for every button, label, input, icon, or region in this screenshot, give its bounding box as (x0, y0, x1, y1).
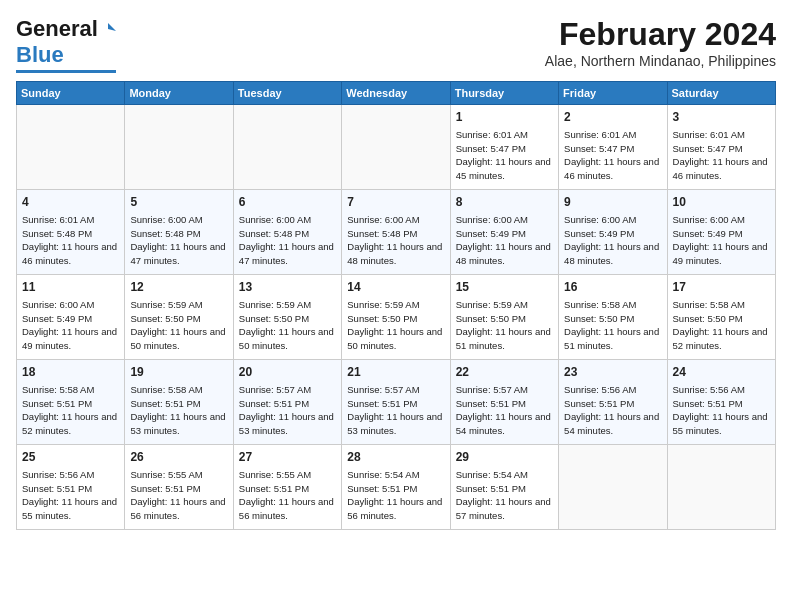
day-number: 7 (347, 194, 444, 211)
day-number: 21 (347, 364, 444, 381)
calendar-cell: 9Sunrise: 6:00 AM Sunset: 5:49 PM Daylig… (559, 190, 667, 275)
calendar-week-row: 25Sunrise: 5:56 AM Sunset: 5:51 PM Dayli… (17, 445, 776, 530)
day-number: 25 (22, 449, 119, 466)
calendar-cell: 12Sunrise: 5:59 AM Sunset: 5:50 PM Dayli… (125, 275, 233, 360)
calendar-cell (17, 105, 125, 190)
calendar-table: SundayMondayTuesdayWednesdayThursdayFrid… (16, 81, 776, 530)
logo-blue: Blue (16, 42, 64, 68)
day-info: Sunrise: 5:58 AM Sunset: 5:50 PM Dayligh… (673, 298, 770, 353)
day-info: Sunrise: 6:00 AM Sunset: 5:49 PM Dayligh… (22, 298, 119, 353)
day-info: Sunrise: 5:56 AM Sunset: 5:51 PM Dayligh… (673, 383, 770, 438)
day-info: Sunrise: 5:58 AM Sunset: 5:51 PM Dayligh… (22, 383, 119, 438)
day-header-sunday: Sunday (17, 82, 125, 105)
logo-general: General (16, 16, 98, 42)
day-info: Sunrise: 6:01 AM Sunset: 5:47 PM Dayligh… (456, 128, 553, 183)
day-number: 13 (239, 279, 336, 296)
day-number: 12 (130, 279, 227, 296)
calendar-cell: 6Sunrise: 6:00 AM Sunset: 5:48 PM Daylig… (233, 190, 341, 275)
day-info: Sunrise: 6:01 AM Sunset: 5:47 PM Dayligh… (673, 128, 770, 183)
day-info: Sunrise: 6:00 AM Sunset: 5:48 PM Dayligh… (347, 213, 444, 268)
calendar-week-row: 4Sunrise: 6:01 AM Sunset: 5:48 PM Daylig… (17, 190, 776, 275)
day-info: Sunrise: 6:00 AM Sunset: 5:49 PM Dayligh… (456, 213, 553, 268)
day-number: 24 (673, 364, 770, 381)
calendar-cell: 3Sunrise: 6:01 AM Sunset: 5:47 PM Daylig… (667, 105, 775, 190)
calendar-cell: 17Sunrise: 5:58 AM Sunset: 5:50 PM Dayli… (667, 275, 775, 360)
day-number: 17 (673, 279, 770, 296)
calendar-cell (342, 105, 450, 190)
calendar-cell: 10Sunrise: 6:00 AM Sunset: 5:49 PM Dayli… (667, 190, 775, 275)
calendar-cell: 18Sunrise: 5:58 AM Sunset: 5:51 PM Dayli… (17, 360, 125, 445)
page-header: General Blue February 2024 Alae, Norther… (16, 16, 776, 73)
calendar-cell: 1Sunrise: 6:01 AM Sunset: 5:47 PM Daylig… (450, 105, 558, 190)
calendar-cell: 16Sunrise: 5:58 AM Sunset: 5:50 PM Dayli… (559, 275, 667, 360)
day-number: 8 (456, 194, 553, 211)
day-info: Sunrise: 5:58 AM Sunset: 5:51 PM Dayligh… (130, 383, 227, 438)
day-info: Sunrise: 5:56 AM Sunset: 5:51 PM Dayligh… (564, 383, 661, 438)
day-info: Sunrise: 6:00 AM Sunset: 5:48 PM Dayligh… (239, 213, 336, 268)
calendar-cell: 15Sunrise: 5:59 AM Sunset: 5:50 PM Dayli… (450, 275, 558, 360)
calendar-cell: 19Sunrise: 5:58 AM Sunset: 5:51 PM Dayli… (125, 360, 233, 445)
calendar-week-row: 18Sunrise: 5:58 AM Sunset: 5:51 PM Dayli… (17, 360, 776, 445)
day-number: 9 (564, 194, 661, 211)
calendar-cell: 27Sunrise: 5:55 AM Sunset: 5:51 PM Dayli… (233, 445, 341, 530)
day-number: 15 (456, 279, 553, 296)
day-info: Sunrise: 5:57 AM Sunset: 5:51 PM Dayligh… (456, 383, 553, 438)
day-info: Sunrise: 5:57 AM Sunset: 5:51 PM Dayligh… (239, 383, 336, 438)
calendar-week-row: 1Sunrise: 6:01 AM Sunset: 5:47 PM Daylig… (17, 105, 776, 190)
title-area: February 2024 Alae, Northern Mindanao, P… (545, 16, 776, 69)
calendar-week-row: 11Sunrise: 6:00 AM Sunset: 5:49 PM Dayli… (17, 275, 776, 360)
day-info: Sunrise: 5:58 AM Sunset: 5:50 PM Dayligh… (564, 298, 661, 353)
day-header-thursday: Thursday (450, 82, 558, 105)
day-info: Sunrise: 6:00 AM Sunset: 5:49 PM Dayligh… (564, 213, 661, 268)
day-number: 2 (564, 109, 661, 126)
calendar-cell: 29Sunrise: 5:54 AM Sunset: 5:51 PM Dayli… (450, 445, 558, 530)
day-number: 16 (564, 279, 661, 296)
calendar-cell: 4Sunrise: 6:01 AM Sunset: 5:48 PM Daylig… (17, 190, 125, 275)
calendar-cell: 2Sunrise: 6:01 AM Sunset: 5:47 PM Daylig… (559, 105, 667, 190)
day-number: 18 (22, 364, 119, 381)
calendar-cell (667, 445, 775, 530)
day-number: 26 (130, 449, 227, 466)
calendar-cell: 24Sunrise: 5:56 AM Sunset: 5:51 PM Dayli… (667, 360, 775, 445)
day-number: 22 (456, 364, 553, 381)
day-info: Sunrise: 5:55 AM Sunset: 5:51 PM Dayligh… (239, 468, 336, 523)
svg-marker-0 (108, 23, 116, 31)
day-number: 19 (130, 364, 227, 381)
calendar-cell (125, 105, 233, 190)
calendar-cell: 22Sunrise: 5:57 AM Sunset: 5:51 PM Dayli… (450, 360, 558, 445)
day-header-friday: Friday (559, 82, 667, 105)
day-number: 11 (22, 279, 119, 296)
day-info: Sunrise: 6:00 AM Sunset: 5:48 PM Dayligh… (130, 213, 227, 268)
day-info: Sunrise: 6:01 AM Sunset: 5:48 PM Dayligh… (22, 213, 119, 268)
day-number: 1 (456, 109, 553, 126)
day-info: Sunrise: 5:59 AM Sunset: 5:50 PM Dayligh… (347, 298, 444, 353)
logo: General Blue (16, 16, 116, 73)
day-number: 20 (239, 364, 336, 381)
logo-bird-icon (100, 21, 116, 37)
day-info: Sunrise: 5:56 AM Sunset: 5:51 PM Dayligh… (22, 468, 119, 523)
calendar-cell: 8Sunrise: 6:00 AM Sunset: 5:49 PM Daylig… (450, 190, 558, 275)
calendar-cell (233, 105, 341, 190)
calendar-cell: 26Sunrise: 5:55 AM Sunset: 5:51 PM Dayli… (125, 445, 233, 530)
day-info: Sunrise: 5:54 AM Sunset: 5:51 PM Dayligh… (456, 468, 553, 523)
day-header-wednesday: Wednesday (342, 82, 450, 105)
calendar-cell: 7Sunrise: 6:00 AM Sunset: 5:48 PM Daylig… (342, 190, 450, 275)
day-number: 4 (22, 194, 119, 211)
calendar-cell (559, 445, 667, 530)
day-info: Sunrise: 6:00 AM Sunset: 5:49 PM Dayligh… (673, 213, 770, 268)
day-info: Sunrise: 5:54 AM Sunset: 5:51 PM Dayligh… (347, 468, 444, 523)
calendar-cell: 13Sunrise: 5:59 AM Sunset: 5:50 PM Dayli… (233, 275, 341, 360)
logo-underline (16, 70, 116, 73)
calendar-header-row: SundayMondayTuesdayWednesdayThursdayFrid… (17, 82, 776, 105)
calendar-cell: 5Sunrise: 6:00 AM Sunset: 5:48 PM Daylig… (125, 190, 233, 275)
calendar-cell: 23Sunrise: 5:56 AM Sunset: 5:51 PM Dayli… (559, 360, 667, 445)
day-number: 27 (239, 449, 336, 466)
calendar-cell: 11Sunrise: 6:00 AM Sunset: 5:49 PM Dayli… (17, 275, 125, 360)
day-info: Sunrise: 5:59 AM Sunset: 5:50 PM Dayligh… (239, 298, 336, 353)
day-info: Sunrise: 5:59 AM Sunset: 5:50 PM Dayligh… (130, 298, 227, 353)
calendar-cell: 25Sunrise: 5:56 AM Sunset: 5:51 PM Dayli… (17, 445, 125, 530)
location: Alae, Northern Mindanao, Philippines (545, 53, 776, 69)
day-info: Sunrise: 5:59 AM Sunset: 5:50 PM Dayligh… (456, 298, 553, 353)
day-info: Sunrise: 6:01 AM Sunset: 5:47 PM Dayligh… (564, 128, 661, 183)
day-number: 29 (456, 449, 553, 466)
